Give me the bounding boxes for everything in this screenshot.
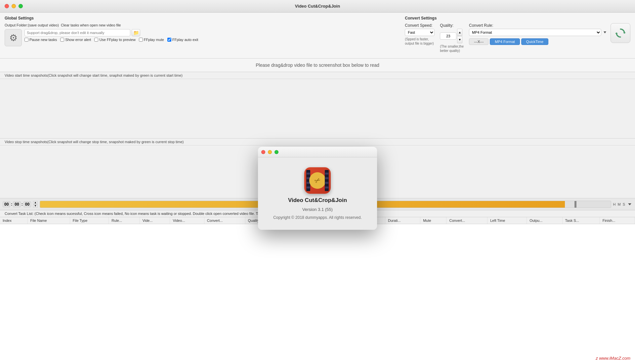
dialog-version: Version 3.1 (55) xyxy=(302,207,333,212)
dialog-title-bar xyxy=(258,147,377,157)
app-icon-inner: ✂ xyxy=(309,172,326,189)
dialog-overlay: ✂ Video Cut&Crop&Join Version 3.1 (55) C… xyxy=(0,13,635,364)
dialog-copyright: Copyright © 2018 dummyapps. All rights r… xyxy=(273,215,362,220)
close-button[interactable] xyxy=(5,4,9,8)
title-bar: Video Cut&Crop&Join xyxy=(0,0,635,13)
app-icon: ✂ xyxy=(304,167,331,194)
about-dialog: ✂ Video Cut&Crop&Join Version 3.1 (55) C… xyxy=(258,147,377,230)
window-controls[interactable] xyxy=(5,4,23,8)
dialog-maximize-button[interactable] xyxy=(275,150,278,154)
dialog-content: ✂ Video Cut&Crop&Join Version 3.1 (55) C… xyxy=(258,157,377,230)
dialog-app-name: Video Cut&Crop&Join xyxy=(288,197,347,204)
dialog-minimize-button[interactable] xyxy=(268,150,272,154)
scissors-icon: ✂ xyxy=(313,175,322,186)
dialog-close-button[interactable] xyxy=(261,150,265,154)
maximize-button[interactable] xyxy=(19,4,23,8)
film-strip-right xyxy=(325,170,329,191)
window-title: Video Cut&Crop&Join xyxy=(295,4,340,9)
minimize-button[interactable] xyxy=(12,4,16,8)
